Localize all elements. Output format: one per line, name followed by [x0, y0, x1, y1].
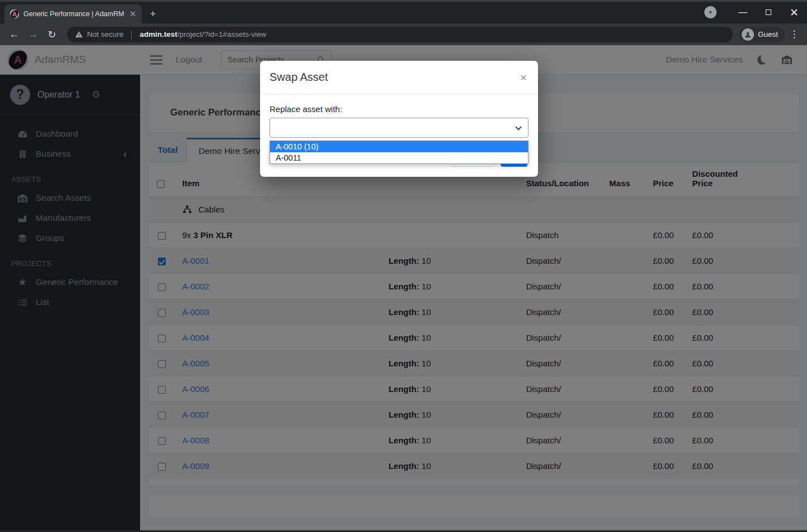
modal-title: Swap Asset	[270, 71, 328, 84]
browser-titlebar: A Generic Performance | AdamRMS ✕ + ▼ — …	[0, 0, 807, 23]
profile-label: Guest	[758, 30, 778, 38]
url-text: admin.test/project/?id=1#assets-view	[140, 30, 266, 38]
new-tab-button[interactable]: +	[145, 6, 161, 22]
modal-header: Swap Asset ×	[260, 61, 538, 94]
modal-close-icon[interactable]: ×	[520, 71, 527, 83]
browser-tab-title: Generic Performance | AdamRMS	[23, 10, 124, 18]
media-controls-icon[interactable]: ▼	[704, 6, 717, 18]
replace-asset-label: Replace asset with:	[270, 104, 529, 114]
tab-close-icon[interactable]: ✕	[128, 9, 137, 19]
browser-tab[interactable]: A Generic Performance | AdamRMS ✕	[4, 4, 142, 23]
replace-asset-select[interactable]	[270, 118, 529, 138]
forward-button[interactable]: →	[25, 26, 41, 43]
reload-button[interactable]: ↻	[44, 26, 60, 43]
maximize-button[interactable]	[756, 4, 781, 21]
profile-avatar-icon	[742, 28, 754, 41]
back-button[interactable]: ←	[6, 26, 22, 43]
url-host: admin.test	[140, 30, 177, 38]
browser-toolbar: ← → ↻ Not secure admin.test/project/?id=…	[0, 23, 807, 45]
profile-button[interactable]: Guest	[739, 27, 785, 42]
address-bar[interactable]: Not secure admin.test/project/?id=1#asse…	[67, 27, 733, 42]
not-secure-label: Not secure	[87, 30, 123, 38]
chevron-down-icon	[515, 124, 521, 130]
window-controls: ▼ — ✕	[704, 3, 807, 21]
url-path: /project/?id=1#assets-view	[177, 30, 266, 38]
select-popup: A-0010 (10)A-0011	[270, 141, 529, 164]
omnibox-divider	[131, 30, 132, 39]
select-option[interactable]: A-0010 (10)	[270, 141, 528, 152]
select-option[interactable]: A-0011	[270, 152, 528, 163]
browser-menu-icon[interactable]: ⋮	[787, 28, 801, 40]
minimize-button[interactable]: —	[730, 4, 756, 21]
page-viewport: A AdamRMS Logout Demo Hire Services ? Op…	[0, 45, 807, 530]
security-status[interactable]: Not secure	[75, 30, 123, 38]
modal-body: Replace asset with:	[260, 94, 538, 138]
browser-window: A Generic Performance | AdamRMS ✕ + ▼ — …	[0, 0, 807, 532]
close-button[interactable]: ✕	[781, 4, 807, 21]
favicon: A	[10, 9, 19, 18]
maximize-icon	[766, 9, 771, 15]
warning-icon	[75, 30, 83, 38]
